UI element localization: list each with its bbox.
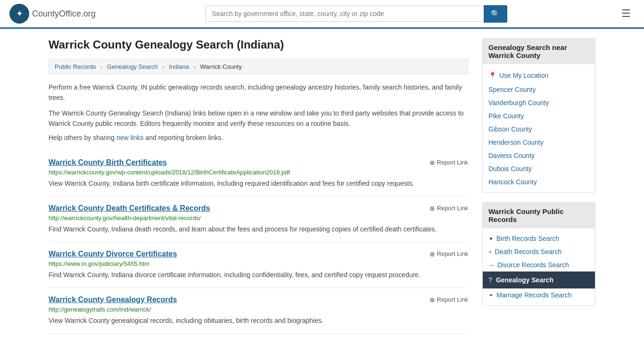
result-header: Warrick County Genealogy Records ⊗ Repor… xyxy=(49,296,468,304)
result-item: Warrick County Genealogy Records ⊗ Repor… xyxy=(49,288,468,334)
result-desc: Find Warrick County, Indiana divorce cer… xyxy=(49,270,468,280)
intro-text2: The Warrick County Genealogy Search (Ind… xyxy=(49,108,468,129)
record-icon: ? xyxy=(488,276,492,284)
new-links-link[interactable]: new links xyxy=(116,134,144,141)
near-county-link[interactable]: Vanderburgh County xyxy=(488,99,549,107)
report-link[interactable]: ⊗ Report Link xyxy=(429,296,468,304)
breadcrumb-sep1: › xyxy=(100,63,102,70)
result-url[interactable]: https://warrickcounty.gov/wp-content/upl… xyxy=(49,169,468,176)
search-input[interactable] xyxy=(206,6,484,22)
logo-icon: ✦ xyxy=(9,4,29,24)
report-icon: ⊗ xyxy=(429,250,435,258)
sidebar: Genealogy Search near Warrick County 📍 U… xyxy=(482,38,595,334)
result-desc: Find Warrick County, Indiana death recor… xyxy=(49,224,468,234)
public-records-items: ✦ Birth Records Search + Death Records S… xyxy=(483,228,595,305)
use-location-item: 📍 Use My Location xyxy=(483,68,595,83)
public-record-link[interactable]: Genealogy Search xyxy=(496,276,553,284)
result-title[interactable]: Warrick County Genealogy Records xyxy=(49,296,177,304)
breadcrumb-sep2: › xyxy=(162,63,164,70)
near-county-item: Pike County xyxy=(483,109,595,123)
near-county-link[interactable]: Daviess County xyxy=(488,152,535,159)
result-item: Warrick County Divorce Certificates ⊗ Re… xyxy=(49,242,468,288)
result-title[interactable]: Warrick County Divorce Certificates xyxy=(49,250,177,258)
near-county-item: Henderson County xyxy=(483,136,595,149)
content-wrapper: Warrick County Genealogy Search (Indiana… xyxy=(39,29,605,343)
public-record-link[interactable]: Death Records Search xyxy=(495,248,562,255)
public-record-link[interactable]: Divorce Records Search xyxy=(497,261,569,269)
location-icon: 📍 xyxy=(488,72,496,79)
breadcrumb-genealogy[interactable]: Genealogy Search xyxy=(107,63,158,70)
near-county-item: Dubois County xyxy=(483,162,595,175)
near-county-link[interactable]: Dubois County xyxy=(488,165,532,173)
report-icon: ⊗ xyxy=(429,159,435,166)
search-button[interactable]: 🔍 xyxy=(484,5,507,23)
public-records-section: Warrick County Public Records ✦ Birth Re… xyxy=(482,202,595,306)
breadcrumb-indiana[interactable]: Indiana xyxy=(169,63,189,70)
result-item: Warrick County Death Certificates & Reco… xyxy=(49,197,468,242)
result-title[interactable]: Warrick County Death Certificates & Reco… xyxy=(49,204,210,213)
result-header: Warrick County Birth Certificates ⊗ Repo… xyxy=(49,158,468,167)
near-county-item: Daviess County xyxy=(483,149,595,162)
use-location-link[interactable]: Use My Location xyxy=(499,72,548,79)
logo-text: CountyOffice.org xyxy=(32,9,96,19)
result-url[interactable]: http://warrickcounty.gov/health-departme… xyxy=(49,214,468,222)
result-header: Warrick County Death Certificates & Reco… xyxy=(49,204,468,213)
result-desc: View Warrick County, Indiana birth certi… xyxy=(49,179,468,189)
public-record-item: ✦ Birth Records Search xyxy=(483,232,595,245)
near-county-link[interactable]: Henderson County xyxy=(488,139,544,146)
result-title[interactable]: Warrick County Birth Certificates xyxy=(49,158,167,167)
near-county-item: Gibson County xyxy=(483,123,595,136)
near-section: Genealogy Search near Warrick County 📍 U… xyxy=(482,38,595,193)
report-link[interactable]: ⊗ Report Link xyxy=(429,250,468,258)
near-section-title: Genealogy Search near Warrick County xyxy=(483,39,595,64)
breadcrumb: Public Records › Genealogy Search › Indi… xyxy=(49,59,468,74)
public-record-item: + Death Records Search xyxy=(483,245,595,258)
record-icon: ↔ xyxy=(488,262,495,269)
results-list: Warrick County Birth Certificates ⊗ Repo… xyxy=(49,151,468,334)
header: ✦ CountyOffice.org 🔍 ☰ xyxy=(0,0,644,29)
public-record-link[interactable]: Birth Records Search xyxy=(496,235,559,242)
record-icon: ✦ xyxy=(488,235,494,242)
near-county-item: Vanderburgh County xyxy=(483,96,595,109)
report-label: Report Link xyxy=(437,250,468,257)
near-county-item: Hancock County xyxy=(483,175,595,189)
result-header: Warrick County Divorce Certificates ⊗ Re… xyxy=(49,250,468,258)
public-records-title: Warrick County Public Records xyxy=(483,203,595,228)
near-county-link[interactable]: Pike County xyxy=(488,112,524,120)
record-icon: ⚭ xyxy=(488,292,494,299)
main-content: Warrick County Genealogy Search (Indiana… xyxy=(49,38,468,334)
report-icon: ⊗ xyxy=(429,296,435,304)
result-url[interactable]: https://www.in.gov/judiciary/5455.htm xyxy=(49,260,468,267)
result-desc: View Warrick County genealogical records… xyxy=(49,316,468,326)
report-label: Report Link xyxy=(437,205,468,212)
page-title: Warrick County Genealogy Search (Indiana… xyxy=(49,38,468,51)
logo-area: ✦ CountyOffice.org xyxy=(9,4,96,24)
result-url[interactable]: http://genealogytrails.com/ind/warrick/ xyxy=(49,306,468,313)
near-county-link[interactable]: Spencer County xyxy=(488,86,536,93)
public-record-item-active[interactable]: ? Genealogy Search xyxy=(483,272,595,288)
share-text: Help others by sharing new links and rep… xyxy=(49,134,468,141)
breadcrumb-sep3: › xyxy=(194,63,196,70)
near-county-link[interactable]: Hancock County xyxy=(488,178,537,186)
report-label: Report Link xyxy=(437,159,468,166)
near-county-item: Spencer County xyxy=(483,83,595,96)
menu-button[interactable]: ☰ xyxy=(618,6,635,22)
search-area: 🔍 xyxy=(206,5,507,23)
report-label: Report Link xyxy=(437,296,468,303)
near-items: 📍 Use My Location Spencer CountyVanderbu… xyxy=(483,64,595,192)
public-record-link[interactable]: Marriage Records Search xyxy=(496,291,572,299)
breadcrumb-public-records[interactable]: Public Records xyxy=(55,63,96,70)
intro-text1: Perform a free Warrick County, IN public… xyxy=(49,82,468,103)
public-record-item: ↔ Divorce Records Search xyxy=(483,258,595,272)
result-item: Warrick County Birth Certificates ⊗ Repo… xyxy=(49,151,468,197)
report-link[interactable]: ⊗ Report Link xyxy=(429,205,468,212)
breadcrumb-current: Warrick County xyxy=(200,63,242,70)
near-county-link[interactable]: Gibson County xyxy=(488,125,532,133)
report-link[interactable]: ⊗ Report Link xyxy=(429,159,468,166)
near-items-list: Spencer CountyVanderburgh CountyPike Cou… xyxy=(483,83,595,189)
public-record-item: ⚭ Marriage Records Search xyxy=(483,288,595,302)
report-icon: ⊗ xyxy=(429,205,435,212)
record-icon: + xyxy=(488,248,492,255)
